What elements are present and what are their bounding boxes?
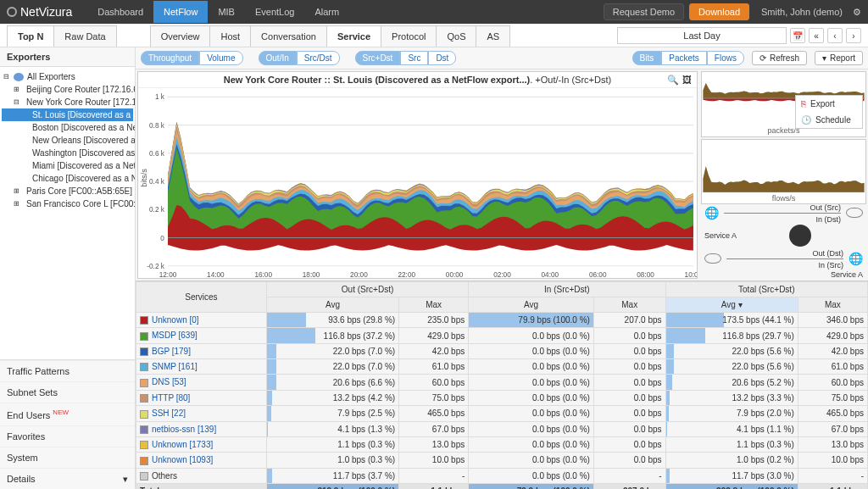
tree-item[interactable]: ⊞Beijing Core Router [172.16.6.94] [2,83,133,96]
gear-icon[interactable]: ⚙ [853,7,861,18]
viewtab-protocol[interactable]: Protocol [381,25,437,47]
topnav-mib[interactable]: MIB [208,1,245,23]
brand-logo-icon [7,7,17,17]
tab-top-n[interactable]: Top N [7,25,54,47]
viewtab-overview[interactable]: Overview [150,25,211,47]
topnav-netflow[interactable]: NetFlow [153,1,208,23]
exporters-header: Exporters [0,47,135,67]
refresh-button[interactable]: ⟳Refresh [752,51,807,65]
metric-volume[interactable]: Volume [199,51,242,65]
topnav-eventlog[interactable]: EventLog [245,1,304,23]
viewtab-service[interactable]: Service [326,25,381,47]
leftnav-end-users[interactable]: End UsersNEW [0,403,135,425]
tree-item[interactable]: Boston [Discovered as a NetFlo [2,121,133,134]
table-row[interactable]: Unknown [1733]1.1 bps (0.3 %)13.0 bps0.0… [136,436,868,452]
table-row[interactable]: Total313.9 bps (100.0 %)1.1 kbps79.9 bps… [136,483,868,489]
svg-text:06:00: 06:00 [589,271,607,279]
report-button[interactable]: ▾Report [815,51,863,65]
small-chart-flows[interactable]: flows/s [701,139,866,205]
topbar: NetVizura DashboardNetFlowMIBEventLogAla… [0,0,868,24]
svg-text:1 k: 1 k [155,93,165,101]
cloud-icon [704,253,721,264]
scope-src[interactable]: Src [400,51,428,65]
table-row[interactable]: Unknown [0]93.6 bps (29.8 %)235.0 bps79.… [136,313,868,328]
report-export[interactable]: ⎘Export [796,96,862,112]
tree-item[interactable]: Washington [Discovered as a N [2,147,133,159]
svg-text:10:00: 10:00 [685,271,697,279]
leftnav-favorites[interactable]: Favorites [0,425,135,447]
svg-text:-0.2 k: -0.2 k [147,263,164,270]
services-table: Services Out (Src+Dst) In (Src+Dst) Tota… [136,281,868,489]
calendar-icon[interactable]: 📅 [790,28,805,43]
tree-item[interactable]: ⊞San Francisco Core L [FC00::A5B:7 [2,197,133,210]
chevron-down-icon: ▾ [822,53,826,63]
services-table-scroll[interactable]: Services Out (Src+Dst) In (Src+Dst) Tota… [136,281,868,489]
brand: NetVizura [7,5,72,19]
left-bottom-nav: Traffic PatternsSubnet SetsEnd UsersNEWF… [0,359,135,489]
dir-outin[interactable]: Out/In [259,51,297,65]
unit-packets[interactable]: Packets [661,51,707,65]
router-icon [789,225,811,247]
clock-icon: 🕒 [801,115,811,125]
svg-text:0.2 k: 0.2 k [149,206,165,214]
main-chart[interactable]: New York Core Router :: St. Louis (Disco… [137,71,698,279]
report-schedule[interactable]: 🕒Schedule [796,112,862,128]
svg-text:20:00: 20:00 [350,271,368,279]
dir-srcdst[interactable]: Src/Dst [297,51,340,65]
table-row[interactable]: SSH [22]7.9 bps (2.5 %)465.0 bps0.0 bps … [136,406,868,421]
exporters-tree: ⊟All Exporters⊞Beijing Core Router [172.… [0,67,135,359]
svg-text:04:00: 04:00 [542,271,559,279]
zoom-icon[interactable]: 🔍 [667,75,679,86]
date-range-select[interactable]: Last Day [617,27,787,44]
request-demo-button[interactable]: Request Demo [604,3,684,20]
svg-text:0.6 k: 0.6 k [149,150,165,158]
tree-item[interactable]: Chicago [Discovered as a NetFl [2,172,133,185]
table-row[interactable]: BGP [179]22.0 bps (7.0 %)42.0 bps0.0 bps… [136,343,868,358]
viewtab-conversation[interactable]: Conversation [250,25,327,47]
tree-item[interactable]: ⊟All Exporters [2,70,133,83]
main-panel: ThroughputVolume Out/InSrc/Dst Src+DstSr… [136,47,868,489]
tab-raw-data[interactable]: Raw Data [53,25,116,47]
left-panel: Exporters ⊟All Exporters⊞Beijing Core Ro… [0,47,136,489]
tree-item[interactable]: St. Louis [Discovered as a NetFl [2,108,133,121]
svg-text:bits/s: bits/s [140,169,148,187]
leftnav-details[interactable]: Details ▾ [0,468,135,489]
nav-prev-icon[interactable]: ‹ [827,28,843,43]
scope-srcdst[interactable]: Src+Dst [355,51,401,65]
svg-text:0.4 k: 0.4 k [149,178,165,186]
tree-item[interactable]: ⊞Paris Core [FC00::A5B:65E] [2,185,133,197]
topnav-dashboard[interactable]: Dashboard [87,1,153,23]
nav-next-icon[interactable]: › [846,28,861,43]
table-row[interactable]: netbios-ssn [139]4.1 bps (1.3 %)67.0 bps… [136,421,868,436]
metric-throughput[interactable]: Throughput [141,51,199,65]
table-row[interactable]: DNS [53]20.6 bps (6.6 %)60.0 bps0.0 bps … [136,375,868,390]
leftnav-traffic-patterns[interactable]: Traffic Patterns [0,360,135,381]
table-row[interactable]: HTTP [80]13.2 bps (4.2 %)75.0 bps0.0 bps… [136,390,868,405]
scope-dst[interactable]: Dst [428,51,456,65]
download-button[interactable]: Download [689,3,749,20]
unit-flows[interactable]: Flows [707,51,744,65]
tree-item[interactable]: ⊟New York Core Router [172.16.0.1 [2,96,133,108]
svg-text:08:00: 08:00 [637,271,654,279]
topnav-alarm[interactable]: Alarm [304,1,349,23]
svg-text:0: 0 [160,235,164,242]
table-row[interactable]: MSDP [639]116.8 bps (37.2 %)429.0 bps0.0… [136,328,868,343]
unit-bits[interactable]: Bits [632,51,662,65]
svg-text:18:00: 18:00 [303,271,320,279]
user-label[interactable]: Smith, John (demo) [761,7,843,17]
flow-diagram: 🌐Out (Src)In (Dst) Service A Out (Dst)In… [701,206,866,279]
table-row[interactable]: Others11.7 bps (3.7 %)-0.0 bps (0.0 %)-1… [136,468,868,483]
tree-item[interactable]: Miami [Discovered as a NetFlow [2,159,133,172]
leftnav-subnet-sets[interactable]: Subnet Sets [0,381,135,403]
svg-text:12:00: 12:00 [159,271,177,279]
chart-save-icon[interactable]: 🖼 [682,75,692,86]
viewtab-host[interactable]: Host [209,25,251,47]
tree-item[interactable]: New Orleans [Discovered as a N [2,134,133,147]
nav-first-icon[interactable]: « [809,28,824,43]
svg-text:16:00: 16:00 [254,271,272,279]
leftnav-system[interactable]: System [0,447,135,468]
table-row[interactable]: Unknown [1093]1.0 bps (0.3 %)10.0 bps0.0… [136,453,868,468]
viewtab-as[interactable]: AS [476,25,510,47]
table-row[interactable]: SNMP [161]22.0 bps (7.0 %)61.0 bps0.0 bp… [136,359,868,375]
viewtab-qos[interactable]: QoS [436,25,476,47]
